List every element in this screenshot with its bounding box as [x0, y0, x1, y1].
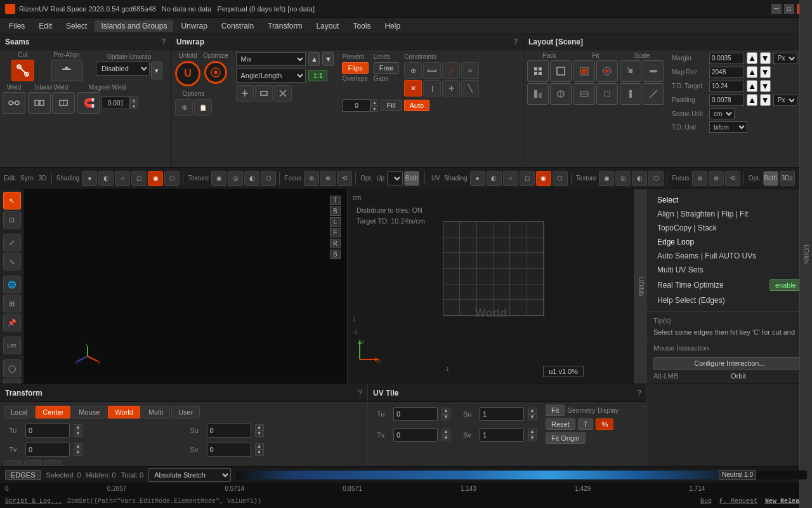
uv-texture-btn3[interactable]: ◐ [632, 171, 647, 186]
padding-down[interactable]: ▼ [760, 94, 771, 106]
texture-btn2[interactable]: ◎ [228, 171, 243, 186]
shading-btn1[interactable]: ● [82, 171, 97, 186]
script-log-link[interactable]: Script & Log... [5, 498, 62, 505]
pack-btn1[interactable] [527, 60, 549, 82]
transform-help[interactable]: ? [358, 389, 362, 398]
pack-btn4[interactable] [550, 83, 572, 105]
scale-btn4[interactable] [643, 83, 664, 105]
sv-down[interactable]: ▼ [255, 450, 264, 456]
menu-edit[interactable]: Edit [32, 20, 58, 32]
both-button-3d[interactable]: Both [404, 171, 419, 186]
rp-select[interactable]: Select [653, 193, 806, 207]
feature-request-link[interactable]: F. Request [719, 498, 757, 505]
uv-shading-btn3[interactable]: ○ [503, 171, 518, 186]
td-target-input[interactable]: 10.24 [709, 81, 744, 92]
padding-unit-select[interactable]: Px [773, 95, 797, 106]
sv-up[interactable]: ▲ [255, 443, 264, 450]
sphere-tool[interactable]: ◯ [3, 359, 21, 377]
uv-tu-up[interactable]: ▲ [442, 408, 450, 414]
tv-input[interactable] [25, 443, 70, 457]
margin-input[interactable]: 0.0035 [709, 53, 744, 64]
update-unwrap-dropdown[interactable]: ▾ [151, 62, 162, 79]
globe-tool[interactable]: 🌐 [3, 276, 21, 293]
focus-btn3[interactable]: ⟲ [337, 171, 352, 186]
uv-sv-down[interactable]: ▼ [528, 435, 537, 441]
overlap-down[interactable]: ▼ [370, 105, 378, 112]
island-weld-btn2[interactable] [52, 92, 75, 114]
loc-tool[interactable]: Loc [3, 337, 21, 354]
options-btn2[interactable]: 📋 [194, 99, 212, 116]
uv-focus-btn1[interactable]: ⊕ [692, 171, 707, 186]
ratio-button[interactable]: 1:1 [308, 70, 327, 81]
optimize-button[interactable] [204, 61, 227, 84]
menu-unwrap[interactable]: Unwrap [174, 20, 213, 32]
constraint-horiz[interactable]: ⟺ [423, 62, 441, 79]
seams-help[interactable]: ? [161, 37, 166, 46]
3ds-button[interactable]: 3Ds [780, 171, 795, 186]
weld-value-input[interactable]: 0.001 [102, 97, 130, 109]
su-up[interactable]: ▲ [255, 424, 264, 431]
fit-tile-button[interactable]: Fit [546, 404, 565, 416]
view-top[interactable]: T [330, 196, 341, 205]
shading-btn5[interactable]: ◉ [148, 171, 163, 186]
scale-btn1[interactable] [620, 60, 641, 82]
mouse-tab[interactable]: Mouse [72, 406, 107, 418]
method-arrow-down[interactable]: ▼ [322, 52, 334, 66]
uv-su-down[interactable]: ▼ [528, 414, 537, 420]
su-input[interactable] [207, 424, 251, 438]
percent-button[interactable]: % [596, 418, 613, 430]
uv-tile-help[interactable]: ? [637, 389, 641, 398]
weld-value-up[interactable]: ▲ [130, 97, 138, 103]
uv-tu-input[interactable] [393, 407, 438, 421]
constraint-x[interactable]: ✕ [404, 80, 422, 97]
tu-up[interactable]: ▲ [74, 424, 82, 431]
margin-up[interactable]: ▲ [747, 52, 757, 64]
padding-up[interactable]: ▲ [747, 94, 757, 106]
uv-texture-btn2[interactable]: ◎ [615, 171, 631, 186]
weld-button[interactable] [3, 92, 25, 114]
uv-texture-btn4[interactable]: ⬡ [648, 171, 664, 186]
menu-tools[interactable]: Tools [346, 20, 377, 32]
uv-tv-down[interactable]: ▼ [442, 435, 450, 441]
scale-btn3[interactable] [620, 83, 641, 105]
shading-btn4[interactable]: ◻ [131, 171, 147, 186]
constraint-vert[interactable]: ╱ [442, 62, 460, 79]
menu-islands-groups[interactable]: Islands and Groups [95, 20, 173, 32]
user-tab[interactable]: User [171, 406, 200, 418]
both-button-uv[interactable]: Both [763, 171, 778, 186]
pre-align-button[interactable] [51, 60, 82, 81]
update-unwrap-select[interactable]: Disabled [96, 62, 150, 76]
focus-btn2[interactable]: ⊗ [320, 171, 336, 186]
shading-btn3[interactable]: ○ [115, 171, 130, 186]
uv-texture-btn1[interactable]: ◉ [599, 171, 614, 186]
angle-select[interactable]: Angle/Length [236, 69, 306, 83]
shading-btn6[interactable]: ⬡ [164, 171, 180, 186]
options-btn1[interactable]: ⚙ [175, 99, 193, 116]
t-button[interactable]: T [578, 418, 594, 430]
up-axis-select[interactable]: Y [387, 171, 403, 185]
local-tab[interactable]: Local [4, 406, 34, 418]
menu-select[interactable]: Select [60, 20, 93, 32]
rp-real-time[interactable]: Real Time Optimize enable [653, 277, 806, 293]
view-right[interactable]: R [330, 239, 341, 248]
texture-btn1[interactable]: ◉ [211, 171, 226, 186]
multi-tab[interactable]: Multi [141, 406, 170, 418]
sv-input[interactable] [207, 443, 251, 457]
minimize-button[interactable]: ─ [771, 4, 782, 14]
unwrap-help[interactable]: ? [513, 37, 518, 46]
constraint-angle[interactable]: ⌗ [461, 62, 479, 79]
view-front[interactable]: F [330, 228, 341, 237]
uv-shading-btn1[interactable]: ● [470, 171, 485, 186]
menu-constrain[interactable]: Constrain [215, 20, 260, 32]
flips-button[interactable]: Flips [342, 62, 368, 74]
scale-btn2[interactable] [643, 60, 664, 82]
world-tab[interactable]: World [108, 406, 140, 418]
unwrap-icon1[interactable] [236, 85, 254, 102]
td-target-up[interactable]: ▲ [747, 80, 757, 92]
uv-shading-btn6[interactable]: ⬡ [553, 171, 568, 186]
fit-btn3[interactable] [573, 83, 595, 105]
map-rez-down[interactable]: ▼ [760, 66, 771, 78]
reset-button[interactable]: Reset [546, 418, 575, 430]
uv-tu-down[interactable]: ▼ [442, 414, 450, 420]
constraint-cross[interactable]: ✛ [442, 80, 460, 97]
